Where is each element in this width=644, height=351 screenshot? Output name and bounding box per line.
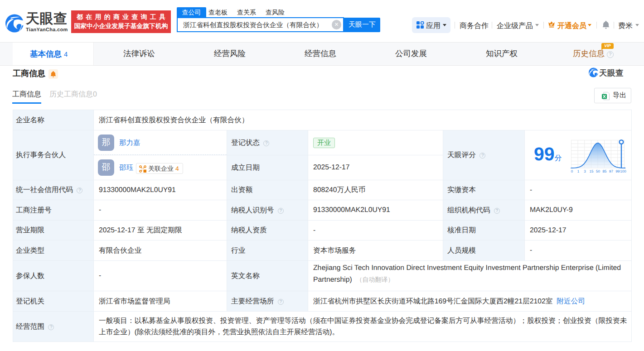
svg-text:99: 99 xyxy=(616,169,620,173)
svg-text:100: 100 xyxy=(620,169,626,173)
svg-text:15: 15 xyxy=(590,169,594,173)
svg-text:3: 3 xyxy=(584,169,586,173)
svg-text:97: 97 xyxy=(609,169,613,173)
svg-text:85: 85 xyxy=(603,169,607,173)
svg-text:1: 1 xyxy=(577,169,580,173)
svg-text:0: 0 xyxy=(571,169,573,173)
svg-text:50: 50 xyxy=(596,169,600,173)
